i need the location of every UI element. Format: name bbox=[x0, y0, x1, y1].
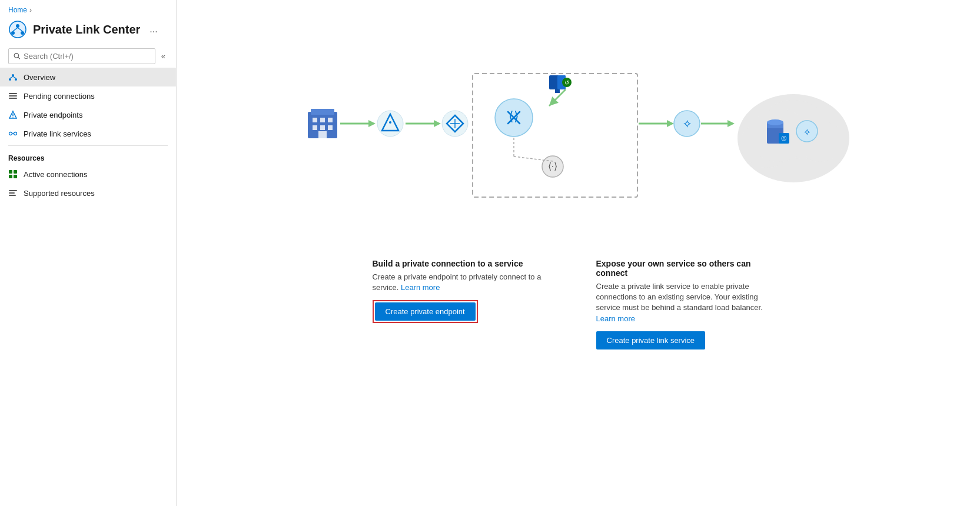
svg-rect-32 bbox=[320, 118, 325, 122]
svg-point-1 bbox=[16, 24, 19, 28]
svg-rect-26 bbox=[9, 190, 17, 191]
sidebar-item-private-endpoints[interactable]: Private endpoints bbox=[0, 105, 176, 124]
pending-connections-icon bbox=[8, 91, 18, 101]
svg-rect-34 bbox=[313, 125, 317, 130]
svg-rect-22 bbox=[9, 170, 12, 174]
search-box[interactable] bbox=[8, 48, 155, 64]
svg-rect-28 bbox=[9, 195, 16, 196]
supported-resources-icon bbox=[8, 188, 18, 198]
nav-divider bbox=[8, 145, 168, 146]
sidebar-item-active-connections[interactable]: Active connections bbox=[0, 165, 176, 184]
svg-rect-36 bbox=[328, 125, 333, 130]
create-private-link-service-button[interactable]: Create private link service bbox=[596, 331, 706, 349]
svg-rect-31 bbox=[313, 118, 317, 122]
sidebar: Home › Private Link Center ... « bbox=[0, 0, 177, 506]
sidebar-item-private-link-services[interactable]: Private link services bbox=[0, 124, 176, 143]
svg-point-42 bbox=[389, 121, 391, 124]
breadcrumb-home[interactable]: Home bbox=[8, 6, 27, 14]
private-endpoints-icon bbox=[8, 110, 18, 119]
svg-rect-35 bbox=[320, 125, 325, 130]
private-link-services-icon bbox=[8, 129, 18, 138]
private-endpoints-label: Private endpoints bbox=[24, 111, 82, 119]
search-input[interactable] bbox=[24, 52, 150, 61]
svg-rect-24 bbox=[9, 175, 12, 178]
overview-icon bbox=[8, 72, 18, 82]
create-private-endpoint-button[interactable]: Create private endpoint bbox=[375, 302, 476, 321]
supported-resources-label: Supported resources bbox=[24, 189, 95, 198]
svg-point-20 bbox=[14, 132, 17, 135]
card1-learn-more-link[interactable]: Learn more bbox=[401, 283, 440, 292]
svg-point-18 bbox=[12, 116, 14, 118]
svg-point-8 bbox=[12, 74, 14, 76]
svg-text:⟨·⟩: ⟨·⟩ bbox=[547, 161, 557, 171]
private-link-center-icon bbox=[8, 20, 27, 39]
svg-rect-33 bbox=[328, 118, 333, 122]
page-header: Private Link Center ... bbox=[0, 16, 176, 45]
card-private-endpoint: Build a private connection to a service … bbox=[355, 259, 579, 349]
collapse-button[interactable]: « bbox=[159, 49, 168, 63]
sidebar-item-pending-connections[interactable]: Pending connections bbox=[0, 86, 176, 105]
svg-rect-14 bbox=[9, 95, 17, 96]
card2-desc: Create a private link service to enable … bbox=[596, 281, 785, 324]
sidebar-item-supported-resources[interactable]: Supported resources bbox=[0, 184, 176, 202]
overview-label: Overview bbox=[24, 73, 55, 82]
card1-desc: Create a private endpoint to privately c… bbox=[373, 272, 561, 293]
svg-rect-15 bbox=[9, 98, 17, 99]
svg-rect-13 bbox=[9, 93, 17, 94]
svg-rect-25 bbox=[14, 175, 17, 178]
cards-area: Build a private connection to a service … bbox=[177, 247, 980, 367]
svg-rect-30 bbox=[311, 109, 334, 115]
architecture-diagram: ⟨⟩ ↺ ⟨·⟩ bbox=[290, 35, 867, 212]
more-icon[interactable]: ... bbox=[150, 24, 157, 35]
svg-point-76 bbox=[767, 119, 783, 125]
svg-marker-44 bbox=[434, 120, 441, 127]
pending-connections-label: Pending connections bbox=[24, 92, 95, 101]
card2-learn-more-link[interactable]: Learn more bbox=[596, 314, 635, 323]
svg-marker-64 bbox=[667, 120, 674, 127]
create-private-endpoint-wrapper: Create private endpoint bbox=[373, 300, 478, 323]
svg-rect-23 bbox=[14, 170, 17, 174]
svg-line-11 bbox=[10, 76, 13, 78]
svg-marker-39 bbox=[368, 120, 376, 127]
svg-point-2 bbox=[11, 31, 15, 35]
breadcrumb-sep: › bbox=[29, 6, 32, 14]
sidebar-item-overview[interactable]: Overview bbox=[0, 68, 176, 86]
svg-point-10 bbox=[15, 78, 17, 81]
card-private-link-service: Expose your own service so others can co… bbox=[579, 259, 802, 349]
resources-section-label: Resources bbox=[0, 148, 176, 165]
main-content: ⟨⟩ ↺ ⟨·⟩ bbox=[177, 0, 980, 506]
svg-rect-27 bbox=[9, 192, 15, 194]
svg-rect-55 bbox=[555, 89, 560, 93]
search-area: « bbox=[0, 45, 176, 68]
svg-rect-37 bbox=[318, 131, 327, 138]
breadcrumb: Home › bbox=[0, 0, 176, 16]
card2-title: Expose your own service so others can co… bbox=[596, 259, 785, 278]
page-title: Private Link Center bbox=[33, 23, 140, 36]
svg-line-12 bbox=[13, 76, 16, 78]
svg-text:⟡: ⟡ bbox=[803, 126, 810, 137]
svg-line-7 bbox=[18, 57, 20, 59]
svg-point-19 bbox=[9, 132, 12, 135]
card1-title: Build a private connection to a service bbox=[373, 259, 561, 268]
svg-marker-68 bbox=[727, 120, 735, 127]
svg-text:◎: ◎ bbox=[781, 134, 787, 141]
diagram-area: ⟨⟩ ↺ ⟨·⟩ bbox=[177, 0, 980, 247]
svg-point-0 bbox=[9, 21, 26, 38]
active-connections-icon bbox=[8, 169, 18, 179]
svg-text:⟡: ⟡ bbox=[683, 116, 690, 129]
search-icon bbox=[14, 52, 21, 60]
svg-text:⟨⟩: ⟨⟩ bbox=[509, 109, 519, 124]
active-connections-label: Active connections bbox=[24, 170, 87, 179]
svg-point-9 bbox=[9, 78, 11, 81]
svg-point-3 bbox=[21, 31, 24, 35]
private-link-services-label: Private link services bbox=[24, 129, 91, 138]
svg-text:↺: ↺ bbox=[564, 79, 569, 86]
